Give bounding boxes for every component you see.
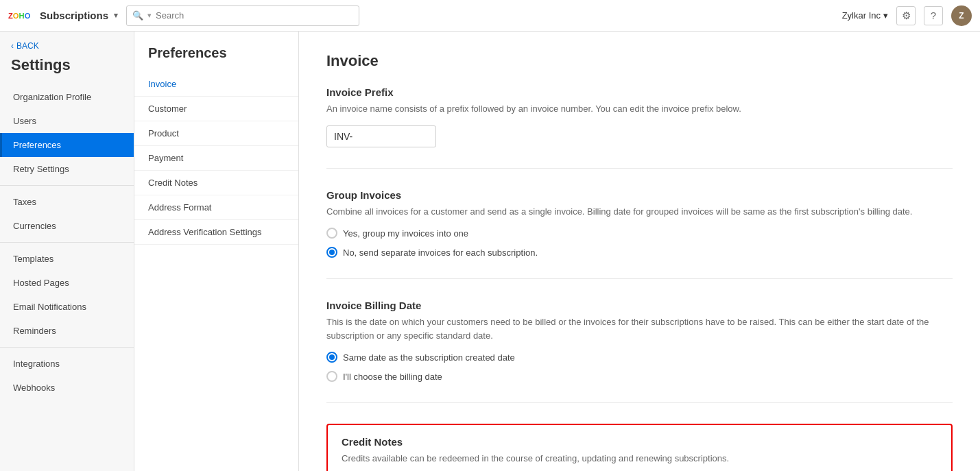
org-selector[interactable]: Zylkar Inc ▾	[842, 10, 888, 21]
radio-billing-same-label: Same date as the subscription created da…	[343, 352, 515, 363]
billing-date-radio-group: Same date as the subscription created da…	[326, 352, 953, 382]
invoice-billing-date-section: Invoice Billing Date This is the date on…	[326, 300, 953, 403]
invoice-prefix-desc: An invoice name consists of a prefix fol…	[326, 102, 953, 116]
radio-billing-same[interactable]: Same date as the subscription created da…	[326, 352, 953, 363]
mid-item-customer[interactable]: Customer	[134, 97, 298, 121]
topnav: ZOHO Subscriptions ▾ 🔍 ▾ Zylkar Inc ▾ ⚙ …	[0, 0, 980, 32]
mid-item-credit-notes[interactable]: Credit Notes	[134, 171, 298, 195]
radio-group-no-label: No, send separate invoices for each subs…	[343, 247, 538, 258]
search-icon: 🔍	[132, 10, 143, 21]
invoice-prefix-input[interactable]	[326, 125, 436, 147]
sidebar-item-integrations[interactable]: Integrations	[0, 352, 134, 376]
sidebar-divider-1	[0, 185, 134, 186]
radio-circle-billing-same	[326, 352, 337, 363]
mid-item-address-format[interactable]: Address Format	[134, 195, 298, 220]
org-name-label: Zylkar Inc	[842, 10, 881, 21]
back-label: BACK	[16, 41, 39, 51]
billing-date-title: Invoice Billing Date	[326, 300, 953, 311]
settings-icon-button[interactable]: ⚙	[896, 6, 916, 25]
app-dropdown-arrow: ▾	[114, 11, 118, 20]
sidebar-divider-2	[0, 242, 134, 243]
mid-panel: Preferences Invoice Customer Product Pay…	[134, 32, 299, 471]
group-invoices-radio-group: Yes, group my invoices into one No, send…	[326, 228, 953, 258]
group-invoices-title: Group Invoices	[326, 189, 953, 201]
back-link[interactable]: ‹ BACK	[0, 32, 134, 53]
radio-group-yes[interactable]: Yes, group my invoices into one	[326, 228, 953, 239]
search-type-dropdown[interactable]: ▾	[147, 11, 152, 20]
radio-circle-group-no	[326, 247, 337, 258]
sidebar-divider-3	[0, 347, 134, 348]
topnav-right: Zylkar Inc ▾ ⚙ ? Z	[842, 5, 972, 26]
settings-title: Settings	[0, 53, 134, 85]
radio-billing-choose[interactable]: I'll choose the billing date	[326, 371, 953, 382]
search-input[interactable]	[156, 10, 353, 21]
sidebar-item-reminders[interactable]: Reminders	[0, 319, 134, 343]
invoice-prefix-title: Invoice Prefix	[326, 86, 953, 98]
question-icon: ?	[931, 10, 936, 21]
mid-item-address-verification[interactable]: Address Verification Settings	[134, 220, 298, 245]
main-content: Invoice Invoice Prefix An invoice name c…	[299, 32, 980, 471]
sidebar-item-organization-profile[interactable]: Organization Profile	[0, 85, 134, 109]
invoice-prefix-section: Invoice Prefix An invoice name consists …	[326, 86, 953, 169]
sidebar-item-users[interactable]: Users	[0, 109, 134, 133]
app-logo[interactable]: ZOHO Subscriptions ▾	[8, 9, 118, 23]
avatar[interactable]: Z	[951, 5, 972, 26]
radio-circle-billing-choose	[326, 371, 337, 382]
sidebar-item-preferences[interactable]: Preferences	[0, 133, 134, 157]
sidebar-item-webhooks[interactable]: Webhooks	[0, 376, 134, 400]
sidebar-item-hosted-pages[interactable]: Hosted Pages	[0, 271, 134, 295]
search-bar[interactable]: 🔍 ▾	[126, 5, 359, 26]
group-invoices-desc: Combine all invoices for a customer and …	[326, 205, 953, 219]
back-arrow-icon: ‹	[11, 41, 14, 51]
svg-text:ZOHO: ZOHO	[8, 12, 31, 20]
gear-icon: ⚙	[902, 10, 911, 22]
org-dropdown-arrow: ▾	[883, 10, 888, 21]
mid-item-payment[interactable]: Payment	[134, 146, 298, 171]
sidebar-item-retry-settings[interactable]: Retry Settings	[0, 157, 134, 181]
page-title: Invoice	[326, 52, 953, 70]
radio-group-no[interactable]: No, send separate invoices for each subs…	[326, 247, 953, 258]
sidebar-item-email-notifications[interactable]: Email Notifications	[0, 295, 134, 319]
radio-billing-choose-label: I'll choose the billing date	[343, 372, 442, 382]
sidebar-item-templates[interactable]: Templates	[0, 247, 134, 271]
credit-notes-title: Credit Notes	[342, 436, 937, 448]
avatar-initials: Z	[959, 11, 964, 21]
main-layout: ‹ BACK Settings Organization Profile Use…	[0, 32, 980, 471]
sidebar-item-taxes[interactable]: Taxes	[0, 190, 134, 214]
credit-notes-section: Credit Notes Credits available can be re…	[326, 424, 953, 471]
left-sidebar: ‹ BACK Settings Organization Profile Use…	[0, 32, 134, 471]
radio-circle-group-yes	[326, 228, 337, 239]
radio-group-yes-label: Yes, group my invoices into one	[343, 228, 468, 239]
mid-item-product[interactable]: Product	[134, 121, 298, 146]
credit-notes-desc: Credits available can be redeemed in the…	[342, 452, 937, 466]
sidebar-item-currencies[interactable]: Currencies	[0, 214, 134, 238]
mid-item-invoice[interactable]: Invoice	[134, 72, 298, 97]
group-invoices-section: Group Invoices Combine all invoices for …	[326, 189, 953, 280]
mid-panel-title: Preferences	[134, 45, 298, 72]
billing-date-desc: This is the date on which your customers…	[326, 315, 953, 342]
help-icon-button[interactable]: ?	[924, 6, 943, 25]
app-name-label: Subscriptions	[40, 10, 108, 21]
